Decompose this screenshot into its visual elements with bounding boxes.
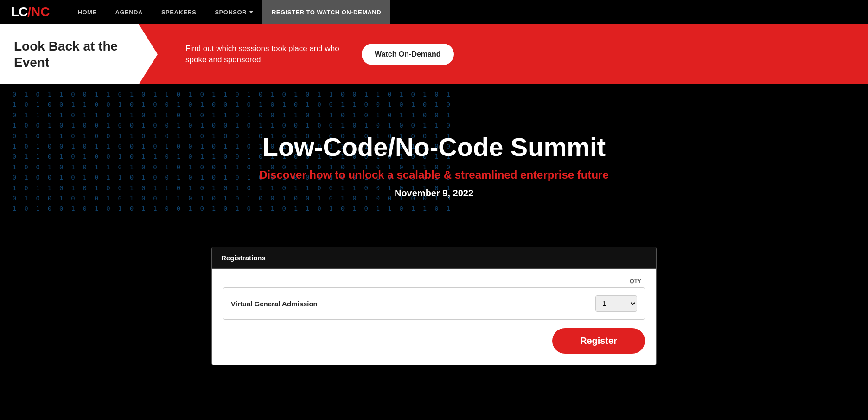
logo-lc: LC (11, 5, 27, 19)
logo-slash: / (27, 5, 31, 19)
registration-header: Registrations (212, 247, 656, 269)
qty-label: QTY (223, 278, 645, 284)
registration-body: QTY Virtual General Admission 1 2 3 4 5 … (212, 269, 656, 365)
chevron-down-icon (249, 11, 253, 13)
banner-description: Find out which sessions took place and w… (185, 43, 343, 65)
nav-register[interactable]: REGISTER TO WATCH ON-DEMAND (262, 0, 390, 24)
nav-sponsor[interactable]: SPONSOR (205, 0, 262, 24)
quantity-stepper[interactable]: 1 2 3 4 5 (595, 295, 637, 312)
register-button[interactable]: Register (552, 328, 645, 354)
logo-nc: NC (31, 5, 50, 19)
registration-box: Registrations QTY Virtual General Admiss… (211, 247, 657, 365)
banner-bubble: Look Back at the Event (0, 24, 158, 84)
registration-footer: Register (223, 328, 645, 354)
nav-speakers[interactable]: SPEAKERS (152, 0, 206, 24)
registration-section: Registrations QTY Virtual General Admiss… (0, 238, 868, 393)
watch-on-demand-button[interactable]: Watch On-Demand (362, 44, 454, 65)
navbar: LC / NC HOME AGENDA SPEAKERS SPONSOR REG… (0, 0, 868, 24)
hero-title: Low-Code/No-Code Summit (262, 133, 606, 162)
hero-date: November 9, 2022 (395, 188, 473, 199)
nav-links: HOME AGENDA SPEAKERS SPONSOR REGISTER TO… (69, 0, 857, 24)
hero-subtitle: Discover how to unlock a scalable & stre… (259, 168, 609, 181)
nav-home[interactable]: HOME (69, 0, 106, 24)
ticket-row: Virtual General Admission 1 2 3 4 5 (223, 287, 645, 320)
ticket-label: Virtual General Admission (231, 300, 595, 308)
banner: Look Back at the Event Find out which se… (0, 24, 868, 84)
nav-agenda[interactable]: AGENDA (106, 0, 152, 24)
site-logo[interactable]: LC / NC (11, 5, 50, 19)
registration-title: Registrations (221, 254, 266, 262)
hero-section: 0 1 0 1 1 0 0 1 1 0 1 0 1 1 0 1 0 1 1 0 … (0, 84, 868, 238)
banner-title: Look Back at the Event (14, 38, 144, 71)
